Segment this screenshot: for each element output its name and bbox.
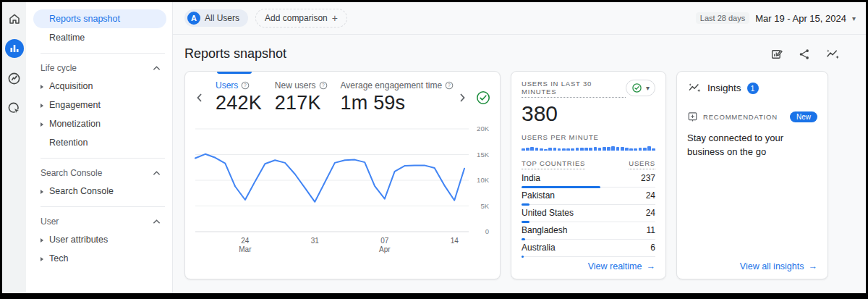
- chevron-up-icon: [153, 219, 161, 224]
- chevron-right-icon[interactable]: [456, 92, 468, 104]
- country-users: 6: [650, 243, 655, 253]
- minute-bar: [580, 148, 584, 151]
- minute-bar: [522, 148, 525, 151]
- bar-chart-icon: [9, 43, 20, 54]
- minute-bar: [562, 148, 566, 151]
- sidebar-item-engagement[interactable]: Engagement: [33, 96, 166, 114]
- sidebar-section-search-console[interactable]: Search Console: [33, 164, 166, 182]
- country-name: India: [522, 173, 540, 183]
- sidebar-section-user[interactable]: User: [33, 213, 166, 230]
- sidebar-item-search-console[interactable]: Search Console: [33, 182, 166, 201]
- expander-triangle-icon[interactable]: [41, 186, 49, 196]
- add-comparison-button[interactable]: Add comparison +: [255, 9, 347, 28]
- metrics-header: Users?242KNew users?217KAverage engageme…: [194, 80, 491, 114]
- minute-bar: [647, 146, 651, 151]
- date-preset-badge: Last 28 days: [696, 12, 749, 24]
- help-icon[interactable]: ?: [319, 81, 328, 90]
- reports-icon[interactable]: [5, 39, 24, 58]
- view-all-insights-label: View all insights: [740, 261, 804, 271]
- sidebar-section-life-cycle[interactable]: Life cycle: [33, 59, 166, 77]
- svg-text:?: ?: [448, 83, 451, 88]
- expander-triangle-icon[interactable]: [41, 253, 49, 264]
- sidebar-item-realtime[interactable]: Realtime: [33, 28, 166, 47]
- segment-chip-all-users[interactable]: A All Users: [184, 9, 248, 27]
- metric-tab-new-users[interactable]: New users?217K: [275, 80, 328, 114]
- realtime-quality-dropdown[interactable]: ▾: [626, 80, 655, 96]
- data-quality-check-icon[interactable]: [475, 90, 491, 106]
- sidebar-item-tech[interactable]: Tech: [33, 249, 166, 268]
- country-row-pakistan: Pakistan24: [522, 188, 655, 205]
- realtime-card: USERS IN LAST 30 MINUTES ▾ 380 USERS PER…: [511, 71, 666, 279]
- country-name: Australia: [522, 243, 556, 253]
- new-badge: New: [790, 111, 817, 122]
- metric-label: Users: [216, 80, 238, 90]
- expander-triangle-icon[interactable]: [41, 119, 49, 129]
- arrow-right-icon: →: [647, 261, 656, 271]
- add-comparison-label: Add comparison: [265, 13, 328, 23]
- country-bar: [522, 256, 524, 258]
- share-icon[interactable]: [798, 48, 811, 61]
- country-users: 24: [646, 208, 655, 218]
- metric-tabs: Users?242KNew users?217KAverage engageme…: [205, 80, 454, 114]
- svg-text:?: ?: [244, 83, 247, 88]
- minute-bar: [544, 149, 548, 151]
- metric-tab-average-engagement-time[interactable]: Average engagement time?1m 59s: [341, 80, 454, 114]
- report-header: Reports snapshot: [173, 35, 866, 62]
- country-row-united-states: United States24: [522, 205, 655, 222]
- sidebar-divider: [41, 158, 165, 159]
- sidebar-item-reports-snapshot[interactable]: Reports snapshot: [33, 9, 166, 28]
- metric-tab-users[interactable]: Users?242K: [216, 80, 262, 114]
- sidebar-item-acquisition[interactable]: Acquisition: [33, 77, 166, 96]
- svg-text:5K: 5K: [480, 202, 489, 210]
- svg-text:24: 24: [241, 237, 250, 245]
- cursor-circle-icon: [7, 101, 21, 115]
- sidebar-item-label: Search Console: [49, 186, 114, 196]
- section-label: Life cycle: [41, 63, 77, 73]
- svg-text:?: ?: [322, 83, 325, 88]
- sidebar-item-monetization[interactable]: Monetization: [33, 114, 166, 133]
- sidebar-item-retention[interactable]: Retention: [33, 133, 166, 152]
- recommendation-label: RECOMMENDATION: [703, 113, 778, 121]
- app-window: Reports snapshotRealtimeLife cycleAcquis…: [0, 0, 868, 299]
- users-header: USERS: [629, 159, 655, 169]
- expander-triangle-icon[interactable]: [41, 235, 49, 245]
- sidebar-item-user-attributes[interactable]: User attributes: [33, 230, 166, 249]
- caret-down-icon: ▾: [646, 84, 650, 92]
- minute-bar: [571, 148, 574, 151]
- date-range-picker[interactable]: Last 28 days Mar 19 - Apr 15, 2024 ▾: [696, 12, 856, 24]
- expander-triangle-icon[interactable]: [41, 81, 49, 91]
- metric-tab-indicator: [217, 72, 252, 74]
- insight-message[interactable]: Stay connected to your business on the g…: [687, 132, 817, 159]
- countries-table-header: TOP COUNTRIES USERS: [522, 159, 655, 169]
- view-realtime-label: View realtime: [588, 261, 642, 271]
- advertising-icon[interactable]: [5, 98, 24, 117]
- home-icon[interactable]: [5, 9, 24, 28]
- svg-text:Apr: Apr: [379, 245, 391, 253]
- svg-text:Mar: Mar: [239, 245, 252, 253]
- country-row-australia: Australia6: [522, 240, 655, 257]
- users-per-minute-label: USERS PER MINUTE: [522, 133, 655, 143]
- caret-down-icon: ▾: [852, 14, 856, 22]
- country-row-bangladesh: Bangladesh11: [522, 222, 655, 240]
- minute-bar: [566, 148, 570, 151]
- minute-bar: [629, 148, 633, 151]
- help-icon[interactable]: ?: [445, 81, 454, 90]
- minute-bar: [548, 148, 552, 151]
- view-all-insights-link[interactable]: View all insights →: [740, 257, 817, 271]
- insights-icon[interactable]: [825, 48, 840, 61]
- help-icon[interactable]: ?: [241, 81, 250, 90]
- customize-report-icon[interactable]: [770, 48, 783, 61]
- sidebar-divider: [41, 206, 165, 207]
- explore-icon[interactable]: [5, 69, 24, 88]
- chevron-up-icon: [153, 65, 161, 71]
- expander-triangle-icon[interactable]: [41, 100, 49, 110]
- svg-text:20K: 20K: [477, 125, 490, 132]
- chevron-left-icon[interactable]: [194, 92, 205, 104]
- minute-bar: [598, 148, 602, 151]
- minute-bar: [625, 148, 629, 151]
- plus-icon: +: [332, 12, 338, 24]
- minute-bar: [611, 146, 615, 151]
- svg-text:14: 14: [451, 237, 459, 245]
- minute-bar: [643, 148, 647, 151]
- view-realtime-link[interactable]: View realtime →: [588, 257, 655, 271]
